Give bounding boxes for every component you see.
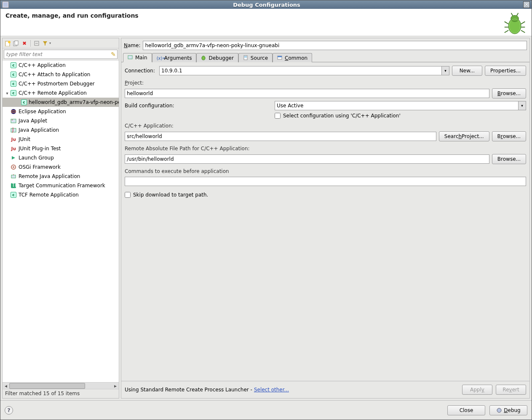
toolbar-separator	[30, 40, 31, 47]
apply-button[interactable]: Apply	[462, 385, 492, 395]
launcher-row: Using Standard Remote Create Process Lau…	[121, 381, 529, 398]
left-toolbar: ✖ ▾	[3, 38, 119, 48]
tree-item-icon	[10, 154, 17, 161]
build-config-dropdown-button[interactable]: ▾	[518, 101, 526, 110]
tree-item[interactable]: cC/C++ Postmortem Debugger	[3, 79, 119, 88]
tree-item[interactable]: Eclipse Application	[3, 107, 119, 116]
select-config-checkbox[interactable]	[275, 113, 281, 119]
name-row: Name:	[121, 38, 529, 53]
tree-item-label: Remote Java Application	[19, 173, 80, 179]
skip-download-row: Skip download to target path.	[125, 192, 526, 198]
scroll-right-arrow[interactable]: ▸	[112, 383, 119, 389]
tree-item[interactable]: JᴜJUnit	[3, 135, 119, 144]
svg-rect-28	[11, 175, 16, 178]
launcher-text: Using Standard Remote Create Process Lau…	[125, 387, 252, 393]
svg-point-2	[511, 15, 519, 21]
tree-item[interactable]: cTCF Remote Application	[3, 190, 119, 199]
tree-item[interactable]: JᴜJUnit Plug-in Test	[3, 144, 119, 153]
select-other-launcher-link[interactable]: Select other...	[254, 387, 289, 393]
connection-combo[interactable]: 10.9.0.1 ▾	[159, 66, 449, 75]
c-app-browse-button[interactable]: Browse...	[492, 131, 526, 141]
tree-item-icon	[10, 117, 17, 124]
tree-item-icon: c	[10, 62, 17, 69]
tree-item[interactable]: cC/C++ Application	[3, 61, 119, 70]
window-title: Debug Configurations	[11, 2, 522, 8]
new-connection-button[interactable]: New...	[452, 66, 482, 76]
close-button[interactable]: Close	[447, 405, 485, 415]
svg-line-10	[517, 13, 519, 16]
tree-twisty[interactable]: ▾	[4, 91, 10, 96]
help-icon[interactable]: ?	[5, 406, 13, 415]
close-window-button[interactable]: ✕	[523, 1, 530, 8]
name-input[interactable]	[143, 41, 527, 50]
svg-line-8	[521, 30, 525, 33]
tree-item[interactable]: TFTarget Communication Framework	[3, 181, 119, 190]
svg-line-9	[511, 13, 513, 16]
tree-item-icon: J	[10, 127, 17, 133]
revert-button[interactable]: Revert	[496, 385, 526, 395]
tree-item[interactable]: JJava Application	[3, 125, 119, 135]
tree-item[interactable]: cC/C++ Attach to Application	[3, 70, 119, 79]
tree-horizontal-scrollbar[interactable]: ◂ ▸	[3, 382, 119, 389]
tree-item-icon: c	[21, 99, 27, 106]
scroll-track[interactable]	[9, 383, 112, 389]
build-config-label: Build configuration:	[125, 103, 272, 109]
tree-item[interactable]: Launch Group	[3, 153, 119, 162]
new-config-icon[interactable]	[4, 40, 11, 47]
svg-rect-21	[11, 119, 16, 123]
project-input[interactable]	[125, 89, 489, 98]
tree-item-label: C/C++ Postmortem Debugger	[19, 81, 95, 87]
duplicate-config-icon[interactable]	[13, 40, 19, 47]
tree-item[interactable]: ▾cC/C++ Remote Application	[3, 88, 119, 98]
tree-item[interactable]: Remote Java Application	[3, 172, 119, 181]
project-browse-button[interactable]: Browse...	[492, 88, 526, 98]
svg-marker-25	[12, 156, 15, 159]
tree-item-icon	[10, 164, 17, 170]
filter-config-icon[interactable]	[42, 40, 48, 47]
tab-label: Debugger	[209, 55, 233, 61]
build-config-combo[interactable]: Use Active ▾	[275, 101, 526, 110]
connection-properties-button[interactable]: Properties...	[485, 66, 526, 76]
tab-icon	[277, 55, 283, 61]
filter-status-label: Filter matched 15 of 15 items	[3, 389, 119, 398]
tree-item[interactable]: OSGi Framework	[3, 162, 119, 172]
window-titlebar: Debug Configurations ✕	[0, 0, 532, 9]
svg-point-19	[11, 109, 16, 114]
tab-main[interactable]: Main	[123, 53, 152, 62]
remote-path-browse-button[interactable]: Browse...	[492, 154, 526, 164]
svg-text:J: J	[12, 127, 14, 133]
collapse-all-icon[interactable]	[33, 40, 40, 47]
svg-marker-18	[43, 41, 47, 45]
commands-before-input[interactable]	[125, 177, 526, 186]
c-app-input[interactable]	[125, 132, 436, 141]
connection-row: Connection: 10.9.0.1 ▾ New... Properties…	[125, 66, 526, 76]
tab-debugger[interactable]: Debugger	[196, 53, 238, 62]
tab-common[interactable]: Common	[273, 53, 312, 62]
tree-item-icon: TF	[10, 182, 17, 189]
skip-download-checkbox[interactable]	[125, 192, 131, 198]
clear-filter-icon[interactable]: ✎	[111, 51, 116, 58]
search-project-button[interactable]: Search Project...	[439, 131, 489, 141]
name-label: Name:	[124, 43, 140, 48]
tab-icon	[128, 55, 134, 61]
tree-item[interactable]: chelloworld_gdb_armv7a-vfp-neon-poky-lin…	[3, 98, 119, 107]
filter-input[interactable]	[4, 50, 118, 59]
tab-icon: (x)=	[157, 55, 163, 61]
remote-path-input[interactable]	[125, 154, 489, 164]
debug-button[interactable]: Debug	[489, 405, 527, 415]
configurations-tree[interactable]: cC/C++ ApplicationcC/C++ Attach to Appli…	[3, 60, 119, 382]
tab-arguments[interactable]: (x)=Arguments	[152, 53, 197, 62]
filter-dropdown-arrow[interactable]: ▾	[49, 41, 51, 45]
connection-dropdown-button[interactable]: ▾	[441, 66, 449, 75]
scroll-left-arrow[interactable]: ◂	[3, 383, 9, 389]
tree-item-label: JUnit Plug-in Test	[19, 146, 61, 152]
debug-icon	[496, 407, 502, 413]
tab-source[interactable]: Source	[238, 53, 273, 62]
tab-label: Source	[251, 55, 268, 61]
tree-item-icon: c	[10, 71, 17, 78]
tree-item[interactable]: Java Applet	[3, 116, 119, 125]
svg-rect-15	[15, 41, 18, 45]
scroll-thumb[interactable]	[9, 383, 85, 389]
configuration-details-panel: Name: Main(x)=ArgumentsDebuggerSourceCom…	[121, 38, 530, 399]
delete-config-icon[interactable]: ✖	[21, 40, 28, 47]
